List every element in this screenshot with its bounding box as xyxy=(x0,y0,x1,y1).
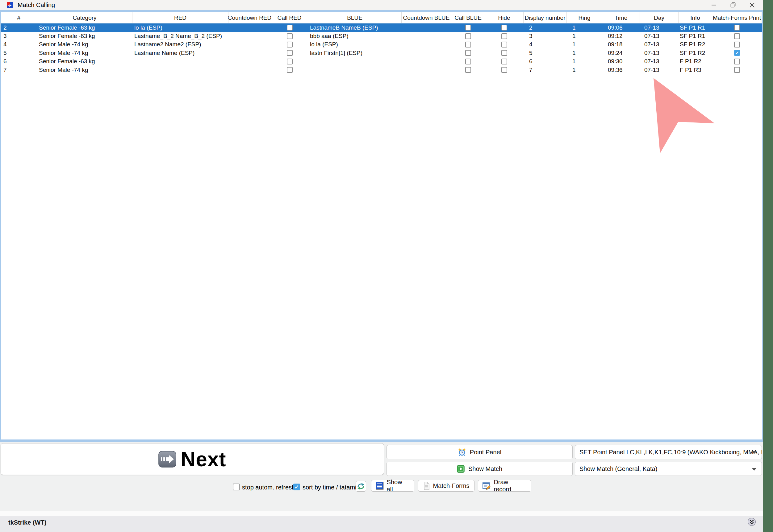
cell-category: Senior Female -63 kg xyxy=(37,57,132,66)
call_red-checkbox[interactable] xyxy=(287,50,293,56)
window-controls xyxy=(704,0,762,10)
column-header-num[interactable]: # xyxy=(1,12,37,23)
call_blue-checkbox[interactable] xyxy=(465,33,471,39)
hide-checkbox[interactable] xyxy=(501,25,507,31)
table-row[interactable]: 6Senior Female -63 kg6109:3007-13F P1 R2 xyxy=(1,57,762,66)
point-panel-button[interactable]: Point Panel xyxy=(386,445,572,459)
restore-button[interactable] xyxy=(723,0,742,10)
mfp-checkbox[interactable]: ✓ xyxy=(734,50,740,56)
call_red-checkbox[interactable] xyxy=(287,42,293,47)
cell-category: Senior Female -63 kg xyxy=(37,32,132,40)
column-header-display_number[interactable]: Display number xyxy=(523,12,567,23)
call_red-checkbox[interactable] xyxy=(287,33,293,39)
sort-by-time-checkbox[interactable]: ✓ xyxy=(293,484,300,490)
column-header-time[interactable]: Time xyxy=(602,12,640,23)
match-forms-button[interactable]: Match-Forms xyxy=(418,480,474,492)
mfp-checkbox[interactable] xyxy=(734,33,740,39)
cell-ring: 1 xyxy=(567,66,602,74)
call_blue-checkbox[interactable] xyxy=(465,42,471,47)
expand-status-button[interactable] xyxy=(747,518,756,526)
column-header-countdown_red[interactable]: Countdown RED xyxy=(229,12,271,23)
call_blue-checkbox[interactable] xyxy=(465,67,471,73)
column-header-call_red[interactable]: Call RED xyxy=(271,12,308,23)
column-header-day[interactable]: Day xyxy=(640,12,679,23)
call_red-checkbox[interactable] xyxy=(287,59,293,64)
cell-display_number: 7 xyxy=(523,66,567,74)
cell-call_blue xyxy=(451,40,485,49)
column-header-red[interactable]: RED xyxy=(132,12,229,23)
cell-call_blue xyxy=(451,66,485,74)
cell-category: Senior Male -74 kg xyxy=(37,66,132,74)
cell-call_red xyxy=(271,66,308,74)
cell-countdown_blue xyxy=(402,23,451,32)
show-match-dropdown-value: Show Match (General, Kata) xyxy=(579,465,657,472)
cell-day: 07-13 xyxy=(640,32,679,40)
column-header-hide[interactable]: Hide xyxy=(485,12,523,23)
point-panel-dropdown[interactable]: SET Point Panel LC,KL,LK,K1,FC,10:9 (WAK… xyxy=(575,445,762,459)
cell-ring: 1 xyxy=(567,49,602,57)
cell-red: lo la (ESP) xyxy=(132,23,229,32)
draw-record-button[interactable]: Draw record xyxy=(478,480,531,492)
edit-record-icon xyxy=(482,482,490,490)
mfp-checkbox[interactable] xyxy=(734,59,740,64)
refresh-button[interactable] xyxy=(356,481,366,492)
cell-mfp xyxy=(712,40,762,49)
hide-checkbox[interactable] xyxy=(501,33,507,39)
hide-checkbox[interactable] xyxy=(501,42,507,47)
call_blue-checkbox[interactable] xyxy=(465,59,471,64)
cell-mfp xyxy=(712,66,762,74)
cell-num: 3 xyxy=(1,32,37,40)
show-match-dropdown[interactable]: Show Match (General, Kata) xyxy=(575,462,762,476)
stop-autom-refresh-label: stop autom. refresh xyxy=(242,484,295,491)
call_blue-checkbox[interactable] xyxy=(465,50,471,56)
minimize-button[interactable] xyxy=(704,0,723,10)
column-header-info[interactable]: Info xyxy=(679,12,712,23)
show-all-button[interactable]: Show all xyxy=(371,480,414,492)
tkstrike-app-icon xyxy=(7,2,13,8)
call_red-checkbox[interactable] xyxy=(287,67,293,73)
cell-hide xyxy=(485,49,523,57)
column-header-call_blue[interactable]: Call BLUE xyxy=(451,12,485,23)
cell-display_number: 6 xyxy=(523,57,567,66)
column-header-ring[interactable]: Ring xyxy=(567,12,602,23)
close-button[interactable] xyxy=(742,0,762,10)
stop-autom-refresh-checkbox[interactable] xyxy=(233,484,240,490)
cell-ring: 1 xyxy=(567,23,602,32)
column-header-countdown_blue[interactable]: Countdown BLUE xyxy=(402,12,451,23)
table-row[interactable]: 7Senior Male -74 kg7109:3607-13F P1 R3 xyxy=(1,66,762,74)
table-header-row: #CategoryREDCountdown REDCall REDBLUECou… xyxy=(1,12,762,23)
cell-info: F P1 R3 xyxy=(679,66,712,74)
call_blue-checkbox[interactable] xyxy=(465,25,471,31)
draw-record-label: Draw record xyxy=(494,479,527,493)
mfp-checkbox[interactable] xyxy=(734,67,740,73)
cell-time: 09:06 xyxy=(602,23,640,32)
table-row[interactable]: 2Senior Female -63 kglo la (ESP)Lastname… xyxy=(1,23,762,32)
mfp-checkbox[interactable] xyxy=(734,42,740,47)
next-button[interactable]: Next xyxy=(1,443,384,475)
status-bar: tkStrike (WT) xyxy=(0,516,763,532)
call_red-checkbox[interactable] xyxy=(287,25,293,31)
cell-category: Senior Male -74 kg xyxy=(37,49,132,57)
show-match-button[interactable]: Show Match xyxy=(386,462,572,476)
cell-blue: lastn Firstn[1] (ESP) xyxy=(308,49,402,57)
hide-checkbox[interactable] xyxy=(501,67,507,73)
alarm-clock-icon xyxy=(458,448,466,456)
restore-icon xyxy=(730,2,736,8)
column-header-blue[interactable]: BLUE xyxy=(308,12,402,23)
column-header-mfp[interactable]: Match-Forms Print xyxy=(712,12,762,23)
title-bar: Match Calling xyxy=(0,0,763,10)
hide-checkbox[interactable] xyxy=(501,50,507,56)
cell-category: Senior Female -63 kg xyxy=(37,23,132,32)
cell-num: 6 xyxy=(1,57,37,66)
next-arrow-icon xyxy=(158,451,176,468)
table-row[interactable]: 4Senior Male -74 kgLastname2 Name2 (ESP)… xyxy=(1,40,762,49)
cell-info: F P1 R2 xyxy=(679,57,712,66)
mfp-checkbox[interactable] xyxy=(734,25,740,31)
hide-checkbox[interactable] xyxy=(501,59,507,64)
column-header-category[interactable]: Category xyxy=(37,12,132,23)
table-row[interactable]: 5Senior Male -74 kgLastname Name (ESP)la… xyxy=(1,49,762,57)
cell-mfp xyxy=(712,32,762,40)
refresh-icon xyxy=(357,482,365,490)
table-row[interactable]: 3Senior Female -63 kgLastname_B_2 Name_B… xyxy=(1,32,762,40)
cell-display_number: 5 xyxy=(523,49,567,57)
